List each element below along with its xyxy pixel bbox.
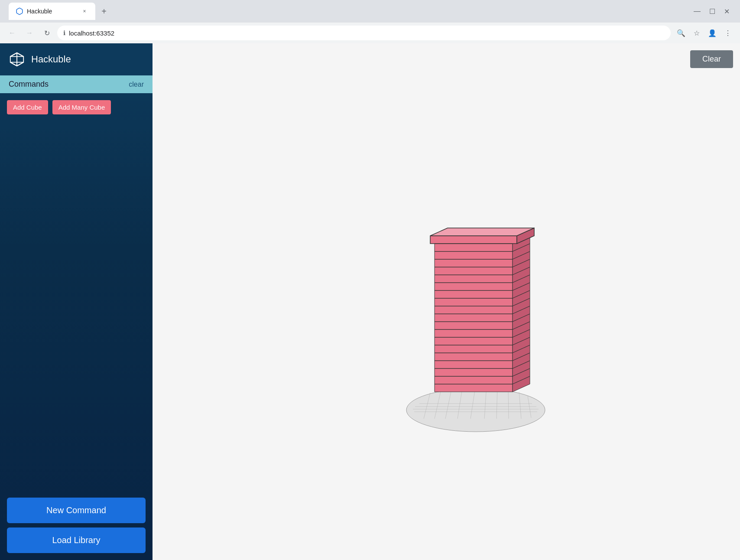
- svg-marker-30: [435, 345, 513, 353]
- svg-marker-72: [430, 236, 517, 244]
- svg-marker-15: [435, 384, 513, 392]
- active-tab[interactable]: Hackuble ×: [9, 3, 95, 20]
- forward-button[interactable]: →: [23, 26, 36, 40]
- search-button[interactable]: 🔍: [674, 26, 688, 40]
- add-cube-button[interactable]: Add Cube: [7, 100, 48, 114]
- new-tab-button[interactable]: +: [97, 4, 111, 18]
- url-text: localhost:63352: [69, 29, 114, 37]
- main-content: Clear: [153, 43, 740, 560]
- svg-marker-33: [435, 337, 513, 345]
- add-many-cube-button[interactable]: Add Many Cube: [52, 100, 111, 114]
- profile-button[interactable]: 👤: [705, 26, 719, 40]
- info-icon: ℹ: [63, 29, 65, 36]
- back-button[interactable]: ←: [5, 26, 19, 40]
- address-bar[interactable]: ℹ localhost:63352: [57, 26, 671, 40]
- tab-bar: Hackuble × +: [5, 3, 114, 20]
- refresh-button[interactable]: ↻: [40, 26, 54, 40]
- clear-button[interactable]: Clear: [690, 50, 733, 68]
- hackuble-logo: [9, 51, 25, 68]
- sidebar-header: Hackuble: [0, 43, 153, 75]
- svg-marker-42: [435, 314, 513, 322]
- svg-marker-21: [435, 368, 513, 376]
- svg-marker-69: [435, 244, 513, 251]
- svg-marker-60: [435, 267, 513, 275]
- svg-marker-24: [435, 361, 513, 368]
- svg-point-0: [406, 388, 545, 432]
- maximize-button[interactable]: ☐: [709, 7, 715, 16]
- address-bar-row: ← → ↻ ℹ localhost:63352 🔍 ☆ 👤 ⋮: [0, 23, 740, 43]
- svg-marker-66: [435, 251, 513, 259]
- slab-20-top: [430, 228, 534, 244]
- svg-marker-27: [435, 353, 513, 361]
- new-command-button[interactable]: New Command: [7, 498, 146, 523]
- sidebar-bottom: New Command Load Library: [0, 491, 153, 560]
- tab-title: Hackuble: [27, 8, 77, 15]
- load-library-button[interactable]: Load Library: [7, 527, 146, 553]
- commands-label: Commands: [9, 80, 49, 89]
- tower-visualization: // This is inline SVG, no script support…: [393, 167, 558, 436]
- menu-button[interactable]: ⋮: [721, 26, 735, 40]
- title-bar: Hackuble × + — ☐ ✕: [0, 0, 740, 23]
- app-container: Hackuble Commands clear Add Cube Add Man…: [0, 43, 740, 560]
- sidebar: Hackuble Commands clear Add Cube Add Man…: [0, 43, 153, 560]
- minimize-button[interactable]: —: [694, 7, 701, 15]
- svg-marker-18: [435, 376, 513, 384]
- svg-marker-63: [435, 259, 513, 267]
- svg-marker-51: [435, 290, 513, 298]
- window-controls: — ☐ ✕: [694, 7, 735, 16]
- browser-chrome: Hackuble × + — ☐ ✕ ← → ↻ ℹ localhost:633…: [0, 0, 740, 43]
- 3d-scene: // This is inline SVG, no script support…: [393, 167, 558, 436]
- commands-header: Commands clear: [0, 75, 153, 93]
- command-buttons-container: Add Cube Add Many Cube: [7, 100, 146, 114]
- bookmark-button[interactable]: ☆: [690, 26, 704, 40]
- svg-marker-36: [435, 329, 513, 337]
- svg-marker-45: [435, 306, 513, 314]
- tab-favicon: [16, 7, 23, 15]
- svg-marker-57: [435, 275, 513, 283]
- svg-marker-48: [435, 298, 513, 306]
- commands-clear-link[interactable]: clear: [129, 81, 144, 88]
- close-button[interactable]: ✕: [724, 7, 730, 16]
- svg-marker-74: [430, 228, 534, 236]
- sidebar-title: Hackuble: [31, 54, 71, 65]
- svg-marker-54: [435, 283, 513, 290]
- tab-close-button[interactable]: ×: [81, 7, 88, 15]
- toolbar-icons: 🔍 ☆ 👤 ⋮: [674, 26, 735, 40]
- commands-content: Add Cube Add Many Cube: [0, 93, 153, 491]
- svg-marker-39: [435, 322, 513, 329]
